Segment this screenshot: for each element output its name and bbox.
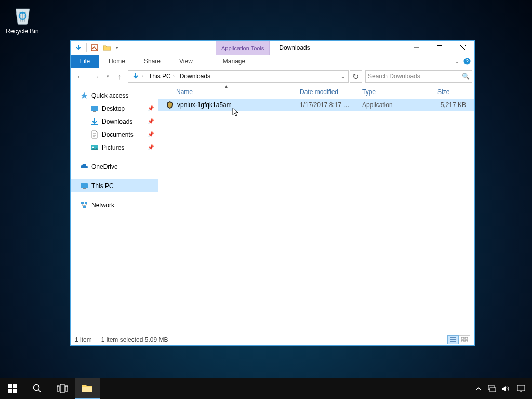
svg-rect-25 <box>65 386 68 391</box>
maximize-button[interactable] <box>428 41 451 55</box>
onedrive-icon <box>80 163 88 171</box>
svg-point-22 <box>34 385 39 391</box>
nav-network[interactable]: Network <box>71 198 158 211</box>
svg-rect-16 <box>461 340 464 342</box>
task-view-button[interactable] <box>50 378 75 399</box>
recent-locations-button[interactable]: ▾ <box>104 70 111 83</box>
refresh-button[interactable]: ↻ <box>350 70 362 83</box>
nav-label: Quick access <box>91 92 128 99</box>
file-size: 5,217 KB <box>432 101 471 109</box>
recycle-bin-icon <box>11 3 34 26</box>
address-dropdown-button[interactable]: ⌄ <box>339 73 347 80</box>
up-button[interactable]: ↑ <box>112 70 127 83</box>
tray-action-center-icon[interactable] <box>512 378 530 399</box>
nav-documents[interactable]: Documents 📌 <box>71 128 158 141</box>
search-input[interactable] <box>368 73 462 80</box>
column-header-name[interactable]: Name▲ <box>158 85 295 99</box>
address-root-icon[interactable]: › <box>129 72 147 81</box>
nav-label: This PC <box>91 182 114 190</box>
nav-pictures[interactable]: Pictures 📌 <box>71 141 158 154</box>
back-button[interactable]: ← <box>73 70 87 83</box>
taskbar-file-explorer[interactable] <box>75 378 100 399</box>
status-item-count: 1 item <box>75 336 92 343</box>
file-date: 1/17/2017 8:17 PM <box>295 101 357 109</box>
svg-rect-5 <box>91 106 98 111</box>
forward-button[interactable]: → <box>88 70 103 83</box>
svg-rect-13 <box>83 206 86 208</box>
nav-label: Downloads <box>102 118 132 125</box>
pictures-icon <box>90 143 99 152</box>
tray-volume-icon[interactable] <box>499 378 512 399</box>
content-pane: Name▲ Date modified Type Size vpnlux-1gf… <box>158 85 474 334</box>
svg-rect-11 <box>81 202 84 204</box>
qat-folder-icon[interactable] <box>101 42 113 54</box>
svg-rect-27 <box>490 388 496 392</box>
star-icon <box>80 91 88 100</box>
pin-icon: 📌 <box>148 144 154 150</box>
nav-onedrive[interactable]: OneDrive <box>71 160 158 173</box>
svg-rect-18 <box>8 384 12 388</box>
svg-rect-10 <box>83 188 86 189</box>
column-header-type[interactable]: Type <box>357 85 432 99</box>
search-button[interactable] <box>25 378 50 399</box>
nav-label: Pictures <box>102 144 124 151</box>
status-bar: 1 item 1 item selected 5.09 MB <box>71 334 474 345</box>
close-button[interactable] <box>451 41 474 55</box>
window-controls <box>404 41 474 55</box>
nav-desktop[interactable]: Desktop 📌 <box>71 102 158 115</box>
ribbon-expand-button[interactable]: ⌄ <box>451 55 462 68</box>
nav-downloads[interactable]: Downloads 📌 <box>71 115 158 128</box>
nav-quick-access[interactable]: Quick access <box>71 89 158 102</box>
svg-text:?: ? <box>466 59 469 64</box>
svg-rect-14 <box>461 337 464 339</box>
tray-network-icon[interactable] <box>485 378 499 399</box>
svg-rect-17 <box>465 340 468 342</box>
sort-asc-icon: ▲ <box>224 85 229 89</box>
help-button[interactable]: ? <box>462 55 472 68</box>
tab-view[interactable]: View <box>170 55 202 68</box>
tab-manage[interactable]: Manage <box>214 55 255 68</box>
file-type: Application <box>357 101 432 109</box>
document-icon <box>90 130 99 139</box>
download-icon <box>90 117 99 126</box>
context-tab-application-tools[interactable]: Application Tools <box>216 41 270 55</box>
tab-home[interactable]: Home <box>99 55 135 68</box>
tray-show-hidden-button[interactable] <box>472 378 485 399</box>
qat-down-arrow-icon[interactable] <box>73 42 84 54</box>
taskbar <box>0 378 532 399</box>
qat-customize-icon[interactable]: ▾ <box>114 42 120 54</box>
address-segment-downloads[interactable]: Downloads <box>178 73 212 80</box>
file-row[interactable]: vpnlux-1gfqk1a5am 1/17/2017 8:17 PM Appl… <box>158 99 474 111</box>
view-details-button[interactable] <box>447 335 459 344</box>
svg-rect-24 <box>60 384 64 393</box>
pin-icon: 📌 <box>148 131 154 137</box>
column-headers: Name▲ Date modified Type Size <box>158 85 474 99</box>
svg-rect-28 <box>517 385 525 391</box>
file-name: vpnlux-1gfqk1a5am <box>177 101 232 109</box>
address-segment-thispc[interactable]: This PC› <box>147 73 178 80</box>
address-bar[interactable]: › This PC› Downloads ⌄ <box>128 70 349 83</box>
search-box[interactable]: 🔍 <box>365 70 472 83</box>
minimize-button[interactable] <box>404 41 428 55</box>
divider <box>86 43 87 52</box>
nav-this-pc[interactable]: This PC <box>71 179 158 192</box>
pin-icon: 📌 <box>148 105 154 111</box>
nav-label: OneDrive <box>91 163 118 170</box>
qat-properties-icon[interactable] <box>89 42 100 54</box>
nav-label: Network <box>91 202 114 209</box>
svg-rect-23 <box>57 386 59 391</box>
desktop-icon-recycle-bin[interactable]: Recycle Bin <box>3 3 42 35</box>
svg-point-8 <box>92 146 94 148</box>
tab-file[interactable]: File <box>71 55 99 68</box>
pin-icon: 📌 <box>148 118 154 124</box>
column-header-date[interactable]: Date modified <box>295 85 357 99</box>
svg-rect-19 <box>13 384 17 388</box>
navigation-pane: Quick access Desktop 📌 Downloads 📌 Docum… <box>71 85 158 334</box>
window-title: Downloads <box>279 41 310 55</box>
view-large-icons-button[interactable] <box>459 335 470 344</box>
file-list[interactable]: vpnlux-1gfqk1a5am 1/17/2017 8:17 PM Appl… <box>158 99 474 334</box>
tab-share[interactable]: Share <box>135 55 170 68</box>
column-header-size[interactable]: Size <box>432 85 471 99</box>
status-selection: 1 item selected 5.09 MB <box>101 336 168 343</box>
start-button[interactable] <box>0 378 25 399</box>
